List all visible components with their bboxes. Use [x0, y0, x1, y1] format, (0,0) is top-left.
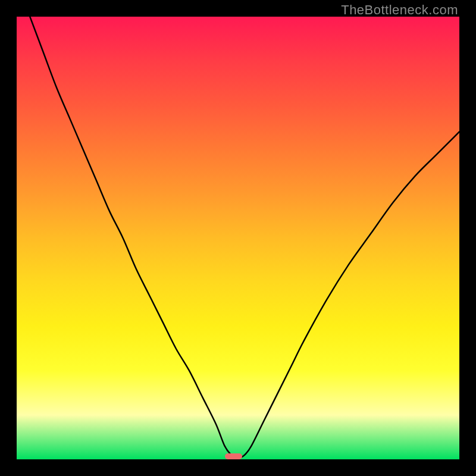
optimal-marker: [225, 453, 243, 459]
plot-area: [17, 17, 459, 459]
bottleneck-curve: [17, 17, 459, 459]
chart-frame: TheBottleneck.com: [0, 0, 476, 476]
watermark-text: TheBottleneck.com: [341, 2, 458, 18]
